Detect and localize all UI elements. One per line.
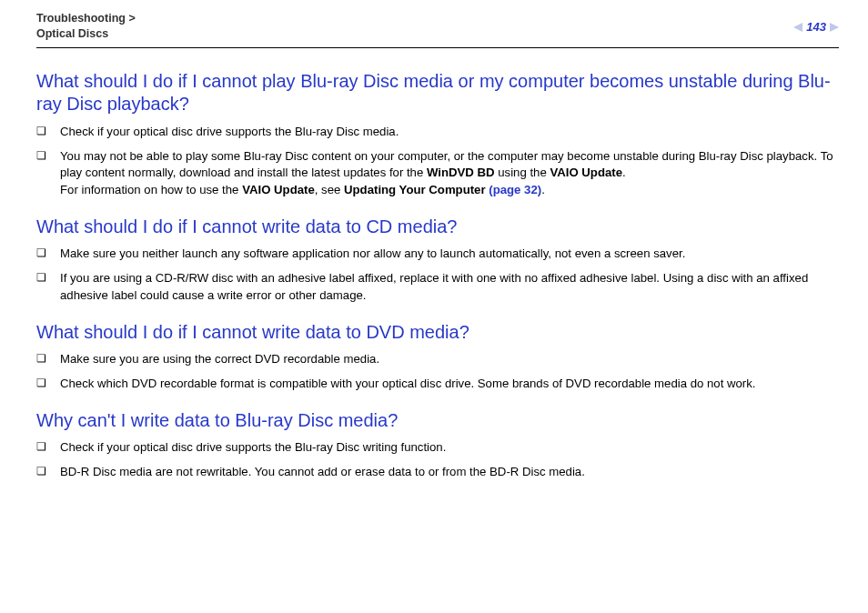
next-page-icon[interactable] — [830, 23, 839, 32]
page-content: What should I do if I cannot play Blu-ra… — [36, 70, 839, 481]
list-item: Check if your optical disc drive support… — [36, 439, 839, 457]
body-text: Check if your optical disc drive support… — [60, 125, 399, 138]
breadcrumb: Troubleshooting > Optical Discs — [36, 11, 136, 42]
list-item: You may not be able to play some Blu-ray… — [36, 148, 839, 199]
body-text: Make sure you are using the correct DVD … — [60, 352, 379, 366]
bullet-list: Make sure you are using the correct DVD … — [36, 351, 839, 392]
bold-text: Updating Your Computer — [344, 183, 489, 196]
bullet-list: Check if your optical disc drive support… — [36, 124, 839, 199]
bold-text: VAIO Update — [550, 166, 622, 179]
page-link[interactable]: (page 32) — [489, 183, 541, 196]
body-text: Make sure you neither launch any softwar… — [60, 246, 685, 260]
body-text: If you are using a CD-R/RW disc with an … — [60, 271, 808, 302]
page-header: Troubleshooting > Optical Discs 143 — [36, 11, 839, 48]
list-item: Check if your optical disc drive support… — [36, 124, 839, 141]
breadcrumb-topic: Optical Discs — [36, 27, 108, 40]
bullet-list: Check if your optical disc drive support… — [36, 439, 839, 480]
body-text: , see — [315, 183, 344, 196]
section-heading: Why can't I write data to Blu-ray Disc m… — [36, 409, 839, 433]
body-text: . — [541, 183, 545, 196]
list-item: If you are using a CD-R/RW disc with an … — [36, 270, 839, 304]
breadcrumb-category: Troubleshooting > — [36, 12, 136, 25]
section-heading: What should I do if I cannot write data … — [36, 216, 839, 239]
list-item: BD-R Disc media are not rewritable. You … — [36, 464, 839, 481]
bold-text: WinDVD BD — [427, 166, 495, 179]
body-text: BD-R Disc media are not rewritable. You … — [60, 465, 585, 478]
bullet-list: Make sure you neither launch any softwar… — [36, 246, 839, 304]
list-item: Make sure you are using the correct DVD … — [36, 351, 839, 368]
body-text: Check if your optical disc drive support… — [60, 440, 446, 454]
body-text: . — [622, 166, 626, 179]
page-number: 143 — [806, 20, 826, 34]
body-text: For information on how to use the — [60, 183, 242, 196]
page-number-nav: 143 — [793, 20, 839, 34]
section-heading: What should I do if I cannot write data … — [36, 321, 839, 345]
bold-text: VAIO Update — [242, 183, 315, 196]
section-heading: What should I do if I cannot play Blu-ra… — [36, 70, 839, 116]
list-item: Make sure you neither launch any softwar… — [36, 246, 839, 263]
body-text: Check which DVD recordable format is com… — [60, 377, 755, 390]
list-item: Check which DVD recordable format is com… — [36, 376, 839, 393]
body-text: using the — [495, 166, 550, 179]
prev-page-icon[interactable] — [793, 23, 802, 32]
